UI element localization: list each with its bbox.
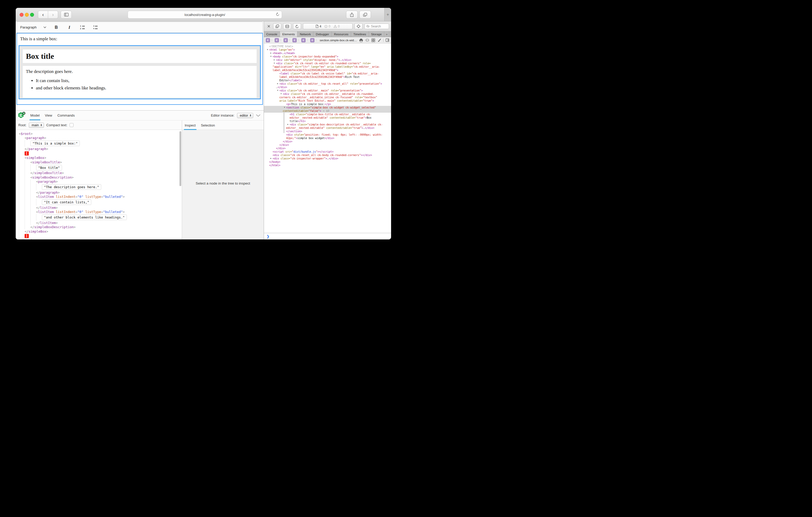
dom-tree-row[interactable]: ▼<div class="ck ck-editor__main" role="p…	[264, 89, 391, 92]
overflow-tabs-button[interactable]: »	[384, 31, 389, 37]
model-tree-row[interactable]: ]	[16, 234, 182, 238]
dom-tree-row[interactable]: ▼<div class="ck ck-reset ck-editor ck-ro…	[264, 62, 391, 65]
devtools-tab-storage[interactable]: Storage	[369, 31, 384, 37]
close-window-button[interactable]	[20, 13, 24, 17]
model-tree-row[interactable]: </simpleBoxDescription>	[16, 225, 182, 230]
dom-tree-row[interactable]: ▶<div class="simple-box-description ck-e…	[264, 123, 391, 126]
dom-tree-row[interactable]: title</h1>	[264, 119, 391, 123]
element-badge[interactable]: E	[292, 38, 297, 42]
model-tree-row[interactable]: <paragraph>	[16, 180, 182, 184]
dom-tree-row[interactable]: corners ck-editor__editable_inline ck-fo…	[264, 96, 391, 99]
expand-triangle-icon[interactable]: ▶	[269, 157, 272, 160]
dom-tree-row[interactable]: …</div>	[264, 86, 391, 89]
devtools-tab-timelines[interactable]: Timelines	[351, 31, 369, 37]
close-inspector-button[interactable]	[266, 25, 271, 28]
dom-tree-row[interactable]: contenteditable="false"> = $0	[264, 109, 391, 113]
dom-tree-row[interactable]: ▶<div id="editor" style="display: none;"…	[264, 58, 391, 62]
dom-tree-row[interactable]: editor__nested-editable" contenteditable…	[264, 116, 391, 119]
dom-tree-row[interactable]: ▶<div class="ck-inspector-wrapper">…</di…	[264, 157, 391, 160]
collapse-triangle-icon[interactable]: ▼	[266, 48, 269, 52]
dom-tree-row[interactable]: Editor</label>	[264, 79, 391, 82]
devtools-tab-network[interactable]: Network	[297, 31, 313, 37]
devtools-tab-debugger[interactable]: Debugger	[313, 31, 332, 37]
dom-tree-row[interactable]: "application" dir="ltr" lang="en" aria-l…	[264, 65, 391, 68]
zoom-window-button[interactable]	[30, 13, 34, 17]
element-badge[interactable]: E	[301, 38, 306, 42]
model-tree-row[interactable]: "The description goes here."	[16, 184, 182, 190]
model-tree-row[interactable]: </$root>	[16, 238, 182, 240]
grid-icon[interactable]	[372, 38, 375, 42]
widget-bullet-item[interactable]: It can contain lists,	[36, 78, 257, 83]
sidebar-button[interactable]	[61, 11, 72, 19]
widget-bullet-item[interactable]: and other block elements like headings.	[36, 86, 257, 91]
editor-paragraph[interactable]: This is a simple box:	[20, 36, 262, 41]
model-tree-row[interactable]: </simpleBoxTitle>	[16, 171, 182, 175]
minimize-window-button[interactable]	[25, 13, 29, 17]
bulleted-list-button[interactable]	[92, 24, 98, 31]
model-text-node[interactable]: "Box title"	[36, 165, 62, 171]
model-tree-row[interactable]: "and other block elements like headings.…	[16, 214, 182, 221]
dom-tree-row[interactable]: ▶<div class="ck ck-editor__top ck-reset_…	[264, 82, 391, 86]
model-tree-scrollbar[interactable]	[179, 131, 181, 186]
new-tab-button[interactable]: +	[384, 8, 391, 21]
element-badge[interactable]: E	[310, 38, 314, 42]
dom-tree-row[interactable]: editor__nested-editable" contenteditable…	[264, 126, 391, 130]
simple-box-widget[interactable]: Box title The description goes here. It …	[19, 45, 261, 99]
code-brackets-icon[interactable]	[365, 38, 369, 42]
detach-inspector-button[interactable]	[273, 23, 281, 29]
add-tab-button[interactable]: +	[389, 31, 391, 37]
tab-overview-button[interactable]	[359, 11, 371, 19]
collapse-triangle-icon[interactable]: ▼	[283, 106, 286, 109]
dom-tree-row[interactable]: ▼<body class="ck-inspector-body-expanded…	[264, 55, 391, 58]
editor-editable-area[interactable]: This is a simple box: Box title The desc…	[17, 33, 263, 105]
simple-box-description-editable[interactable]: The description goes here. It can contai…	[23, 66, 257, 98]
bold-button[interactable]: B	[53, 24, 59, 31]
model-tree-row[interactable]: <$root>	[16, 131, 182, 136]
model-tree-row[interactable]: "Box title"	[16, 164, 182, 171]
devtools-tab-elements[interactable]: Elements	[280, 31, 297, 37]
print-icon[interactable]	[359, 38, 363, 42]
simple-box-title-editable[interactable]: Box title	[23, 50, 257, 63]
inspector-tab-model[interactable]: Model	[28, 111, 42, 120]
inspector-tab-view[interactable]: View	[42, 111, 55, 120]
model-tree-row[interactable]: </paragraph>	[16, 190, 182, 195]
inspector-collapse-button[interactable]	[256, 114, 261, 117]
dom-tree-row[interactable]: </div>	[264, 147, 391, 150]
share-button[interactable]	[346, 11, 357, 19]
model-tree-row[interactable]: "This is a simple box:"	[16, 140, 182, 147]
model-tree-row[interactable]: <simpleBoxDescription>	[16, 175, 182, 180]
model-text-node[interactable]: "The description goes here."	[42, 184, 101, 190]
dom-tree-row[interactable]: <p>This is a simple box:</p>	[264, 102, 391, 106]
inspect-element-button[interactable]	[354, 23, 362, 29]
dom-tree-row[interactable]: label_e63cbbfece34c53ce23501062343f49b8"…	[264, 68, 391, 72]
element-badge[interactable]: E	[275, 38, 279, 42]
node-pane-tab-inspect[interactable]: Inspect	[182, 123, 198, 130]
expand-triangle-icon[interactable]: ▶	[272, 58, 276, 62]
dom-tree-row[interactable]: ▼<section class="simple-box ck-widget ck…	[264, 106, 391, 109]
model-tree-row[interactable]: <simpleBox>	[16, 156, 182, 160]
dom-tree-row[interactable]: ▼<html lang="en">	[264, 48, 391, 52]
compact-text-checkbox[interactable]	[69, 123, 74, 127]
expand-triangle-icon[interactable]: ▶	[276, 82, 280, 86]
element-badge[interactable]: E	[266, 38, 270, 42]
devtools-tab-resources[interactable]: Resources	[332, 31, 351, 37]
node-pane-tab-selection[interactable]: Selection	[198, 123, 218, 130]
breadcrumb-selected-node[interactable]: section.simple-box.ck-wid…	[320, 39, 357, 42]
element-badge[interactable]: E	[284, 38, 288, 42]
heading-dropdown[interactable]: Paragraph	[20, 25, 46, 29]
address-bar[interactable]: localhost/creating-a-plugin/	[128, 11, 282, 19]
dom-tree-row[interactable]: <div class="ck ck-reset_all ck-body ck-r…	[264, 153, 391, 157]
expand-triangle-icon[interactable]: ▶	[286, 123, 290, 126]
model-tree-row[interactable]: <simpleBoxTitle>	[16, 160, 182, 164]
collapse-triangle-icon[interactable]: ▼	[272, 62, 276, 65]
dom-tree-row[interactable]: label_e63cbbfece34c53ce23501062343f49b8"…	[264, 75, 391, 79]
dom-tree-row[interactable]: <!DOCTYPE html>	[264, 45, 391, 48]
editor-instance-select[interactable]: editor ▲▼	[237, 113, 253, 118]
model-text-node[interactable]: "and other block elements like headings.…	[42, 215, 127, 220]
dom-tree-row[interactable]: </div>	[264, 140, 391, 143]
dom-tree-row[interactable]: </body>	[264, 160, 391, 163]
model-tree-row[interactable]: <paragraph>	[16, 136, 182, 140]
model-tree-row[interactable]: <listItem listIndent="0" listType="bulle…	[16, 210, 182, 214]
reload-page-button[interactable]	[293, 23, 301, 29]
dom-tree-row[interactable]: </div>	[264, 143, 391, 147]
